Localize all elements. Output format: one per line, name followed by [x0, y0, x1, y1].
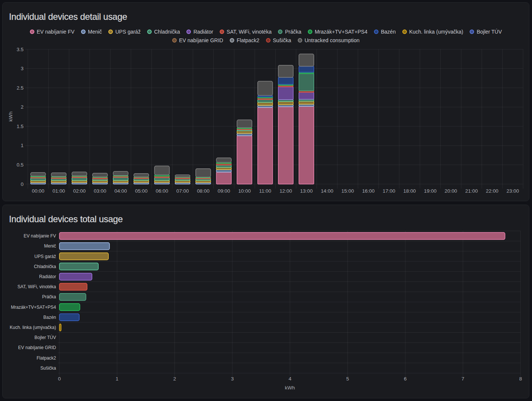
svg-text:23:00: 23:00 [507, 188, 519, 194]
svg-text:3: 3 [21, 66, 24, 71]
svg-text:Bazén: Bazén [43, 315, 56, 320]
svg-text:2: 2 [21, 104, 24, 110]
svg-text:1.5: 1.5 [16, 124, 24, 129]
svg-text:18:00: 18:00 [403, 188, 416, 194]
svg-text:5: 5 [346, 376, 349, 382]
svg-text:1: 1 [116, 376, 118, 382]
svg-text:Práčka: Práčka [42, 294, 56, 299]
svg-text:Sušička: Sušička [40, 366, 56, 371]
svg-text:kWh: kWh [285, 385, 295, 391]
svg-text:Menič: Menič [44, 243, 56, 249]
svg-text:08:00: 08:00 [197, 188, 210, 194]
svg-text:15:00: 15:00 [341, 188, 354, 194]
svg-text:16:00: 16:00 [362, 188, 375, 194]
svg-text:0: 0 [58, 376, 61, 382]
svg-text:02:00: 02:00 [73, 188, 86, 194]
svg-text:0.5: 0.5 [16, 162, 24, 168]
svg-text:21:00: 21:00 [465, 188, 478, 194]
svg-text:EV nabíjanie GRID: EV nabíjanie GRID [18, 345, 56, 350]
svg-text:Bojler TÚV: Bojler TÚV [34, 335, 56, 340]
svg-text:1: 1 [21, 143, 24, 148]
svg-text:00:00: 00:00 [32, 188, 44, 194]
svg-text:Kuch. linka (umývačka): Kuch. linka (umývačka) [10, 325, 56, 330]
svg-text:01:00: 01:00 [53, 188, 65, 194]
svg-text:20:00: 20:00 [445, 188, 457, 194]
svg-text:07:00: 07:00 [176, 188, 189, 194]
svg-text:11:00: 11:00 [259, 188, 271, 194]
svg-text:Radiátor: Radiátor [39, 274, 56, 279]
svg-text:4: 4 [288, 376, 291, 382]
svg-text:19:00: 19:00 [424, 188, 437, 194]
svg-text:09:00: 09:00 [217, 188, 230, 194]
svg-text:10:00: 10:00 [238, 188, 251, 194]
svg-text:03:00: 03:00 [94, 188, 106, 194]
svg-text:7: 7 [461, 376, 464, 382]
svg-text:22:00: 22:00 [486, 188, 499, 194]
svg-text:2.5: 2.5 [16, 85, 24, 91]
svg-text:UPS garáž: UPS garáž [34, 254, 56, 259]
svg-text:Chladnička: Chladnička [34, 264, 56, 269]
svg-text:Flatpack2: Flatpack2 [37, 355, 56, 361]
svg-text:3.5: 3.5 [16, 47, 24, 52]
svg-text:8: 8 [519, 376, 522, 382]
svg-text:kWh: kWh [8, 112, 13, 122]
svg-text:13:00: 13:00 [300, 188, 313, 194]
svg-text:04:00: 04:00 [114, 188, 127, 194]
svg-text:6: 6 [404, 376, 406, 382]
svg-text:12:00: 12:00 [279, 188, 292, 194]
svg-text:2: 2 [173, 376, 176, 382]
svg-text:14:00: 14:00 [321, 188, 334, 194]
svg-text:17:00: 17:00 [383, 188, 395, 194]
svg-text:SAT, WiFi, vinotéka: SAT, WiFi, vinotéka [18, 284, 56, 289]
svg-text:Mrazák+TV+SAT+PS4: Mrazák+TV+SAT+PS4 [11, 305, 56, 310]
svg-text:0: 0 [21, 181, 24, 187]
svg-text:EV nabíjanie FV: EV nabíjanie FV [24, 233, 56, 239]
svg-text:06:00: 06:00 [156, 188, 168, 194]
svg-text:05:00: 05:00 [135, 188, 148, 194]
svg-text:3: 3 [231, 376, 233, 382]
